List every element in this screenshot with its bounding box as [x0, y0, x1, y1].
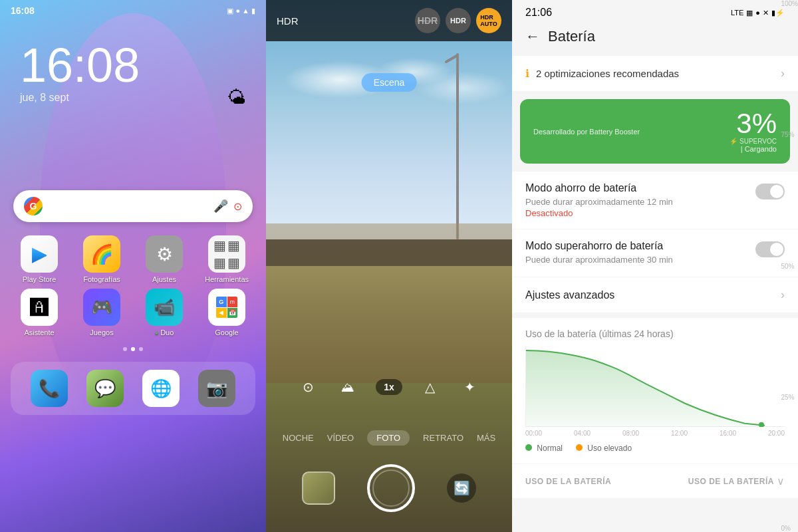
app-ajustes[interactable]: ⚙ Ajustes: [136, 235, 193, 283]
app-juegos[interactable]: 🎮 Juegos: [73, 289, 130, 336]
legend-high-dot: [576, 444, 583, 451]
dot-2: [131, 347, 135, 351]
chart-x-labels: 00:00 04:00 08:00 12:00 16:00 20:00: [525, 430, 785, 437]
battery-chart-svg: [526, 347, 765, 427]
search-bar[interactable]: G 🎤 ⊙: [13, 190, 253, 222]
fotos-label: Fotografías: [83, 275, 120, 283]
scene-button[interactable]: Escena: [362, 73, 417, 92]
advanced-title: Ajustes avanzados: [525, 289, 614, 301]
battery-chart-section: Uso de la batería (últimas 24 horas): [512, 318, 798, 464]
home-clock-display: 16:08 jue, 8 sept: [0, 21, 266, 110]
mode-retrato[interactable]: RETRATO: [423, 433, 464, 443]
wifi-icon: ▲: [242, 7, 249, 15]
dock-chrome[interactable]: 🌐: [136, 370, 186, 407]
super-saver-sub: Puede durar aproximadamente 30 min: [525, 255, 673, 265]
battery-icon: ▮: [251, 7, 255, 15]
battery-percent: 3%: [730, 110, 777, 138]
mode-mas[interactable]: MÁS: [477, 433, 495, 443]
google-g-logo: G: [24, 197, 43, 215]
camera-bottom-controls: 🔄: [266, 464, 512, 512]
battery-status-bar: 21:06 LTE ▦ ● ✕ ▮⚡: [512, 0, 798, 23]
advanced-settings-row[interactable]: Ajustes avanzados ›: [512, 277, 798, 313]
weather-icon: 🌤: [227, 86, 246, 108]
page-dots: [0, 347, 266, 351]
app-grid: ▶ Play Store 🌈 Fotografías ⚙ Ajustes ▦▦▦…: [0, 235, 266, 336]
battery-saver-inner: Modo ahorro de batería Puede durar aprox…: [525, 182, 785, 218]
legend-normal-label: Normal: [537, 444, 563, 453]
focus-icon[interactable]: ⊙: [296, 375, 320, 399]
filter-icon[interactable]: ✦: [458, 375, 482, 399]
lens-icon[interactable]: ⊙: [233, 200, 242, 213]
signal-icon: ●: [235, 7, 240, 15]
dock-messages[interactable]: 💬: [80, 370, 130, 407]
mode-noche[interactable]: NOCHE: [283, 433, 314, 443]
uso-right: USO DE LA BATERÍA ∨: [688, 475, 785, 487]
wide-angle-icon[interactable]: ⛰: [336, 375, 360, 399]
super-saver-toggle[interactable]: [755, 241, 785, 257]
street-lamp: [456, 53, 459, 239]
tele-icon[interactable]: △: [418, 375, 442, 399]
hdr-auto-btn[interactable]: HDRAUTO: [476, 8, 501, 33]
app-fotos[interactable]: 🌈 Fotografías: [73, 235, 130, 283]
battery-saver-toggle[interactable]: [755, 184, 785, 200]
zoom-button[interactable]: 1x: [376, 379, 402, 395]
super-saver-title: Modo superahorro de batería: [525, 240, 673, 252]
zoom-level: 1x: [384, 382, 394, 392]
battery-booster-label: Desarrollado por Battery Booster: [533, 128, 640, 136]
charging-text: Cargando: [745, 145, 777, 153]
juegos-icon: 🎮: [83, 289, 120, 326]
fotos-icon: 🌈: [83, 235, 120, 273]
app-herramientas[interactable]: ▦▦▦▦ Herramientas: [198, 235, 255, 283]
thumbnail-preview[interactable]: [302, 471, 335, 505]
home-big-time: 16:08: [20, 41, 246, 89]
battery-saver-row[interactable]: Modo ahorro de batería Puede durar aprox…: [512, 172, 798, 229]
chart-y-labels: 100% 75% 50% 25% 0%: [781, 0, 798, 532]
phone-icon: 📞: [31, 370, 68, 407]
signal-b-icon: ●: [755, 9, 760, 17]
x-1200: 12:00: [671, 430, 688, 437]
duo-icon: 📹: [146, 289, 183, 326]
mode-video[interactable]: VÍDEO: [327, 433, 354, 443]
home-status-icons: ▣ ● ▲ ▮: [227, 7, 255, 15]
hdr-off-btn[interactable]: HDR: [415, 8, 440, 33]
camera-mid-controls: ⊙ ⛰ 1x △ ✦: [266, 375, 512, 399]
mode-foto[interactable]: FOTO: [367, 430, 410, 446]
lte-icon: LTE: [731, 9, 743, 17]
app-asistente[interactable]: 🅰 Asistente: [11, 289, 68, 336]
asistente-label: Asistente: [24, 329, 54, 336]
app-dock: 📞 💬 🌐 📷: [11, 362, 255, 415]
wifi-icon-b: ▦: [746, 9, 753, 17]
dock-phone[interactable]: 📞: [24, 370, 74, 407]
app-duo[interactable]: 📹 ● Duo: [136, 289, 193, 336]
battery-chart: [525, 347, 785, 427]
mic-icon[interactable]: 🎤: [213, 199, 228, 213]
svg-point-0: [759, 422, 764, 427]
optimization-row[interactable]: ℹ 2 optimizaciones recomendadas ›: [512, 56, 798, 91]
shutter-button[interactable]: [367, 464, 415, 512]
home-screen-panel: 16:08 ▣ ● ▲ ▮ 16:08 jue, 8 sept 🌤 G 🎤 ⊙ …: [0, 0, 266, 532]
hdr-on-btn[interactable]: HDR: [446, 8, 471, 33]
flip-camera-button[interactable]: 🔄: [447, 473, 476, 503]
battery-title: Batería: [548, 28, 595, 45]
dot-3: [139, 347, 143, 351]
chart-title: Uso de la batería (últimas 24 horas): [525, 329, 785, 339]
app-play-store[interactable]: ▶ Play Store: [11, 235, 68, 283]
camera-modes: NOCHE VÍDEO FOTO RETRATO MÁS: [266, 430, 512, 446]
chrome-icon: 🌐: [142, 370, 180, 407]
app-google[interactable]: G m ◀ 📅 Google: [198, 289, 255, 336]
home-status-bar: 16:08 ▣ ● ▲ ▮: [0, 0, 266, 21]
battery-saver-title: Modo ahorro de batería: [525, 182, 673, 194]
battery-header: ← Batería: [512, 23, 798, 56]
back-button[interactable]: ←: [525, 28, 540, 45]
google-label: Google: [215, 329, 238, 336]
uso-footer[interactable]: USO DE LA BATERÍA USO DE LA BATERÍA ∨: [512, 464, 798, 498]
camera-top-bar: HDR HDR HDR HDRAUTO: [266, 0, 512, 41]
super-saver-text: Modo superahorro de batería Puede durar …: [525, 240, 673, 266]
dock-camera[interactable]: 📷: [192, 370, 242, 407]
hdr-options: HDR HDR HDRAUTO: [415, 8, 501, 33]
messages-icon: 💬: [86, 370, 124, 407]
super-saver-row[interactable]: Modo superahorro de batería Puede durar …: [512, 229, 798, 277]
ajustes-icon: ⚙: [146, 235, 183, 273]
y-100: 100%: [781, 0, 798, 7]
uso-label-right: USO DE LA BATERÍA: [688, 477, 774, 486]
